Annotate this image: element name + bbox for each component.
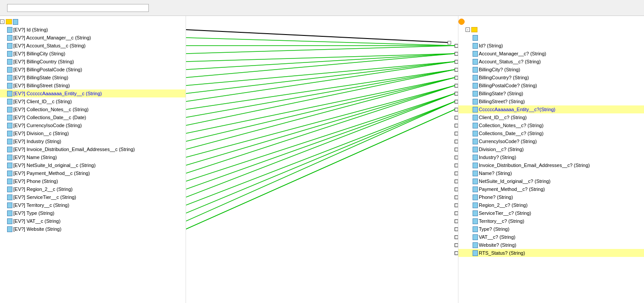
right-field-doc-icon [473, 210, 478, 216]
expand-icon[interactable]: - [0, 19, 4, 24]
left-field-7[interactable]: [EV?] BillingStreet (String) [0, 82, 186, 89]
right-field-2[interactable]: Account_Status__c? (String) [458, 58, 644, 66]
left-field-3[interactable]: [EV?] BillingCity (String) [0, 50, 186, 58]
right-field-14[interactable]: Industry? (String) [458, 153, 644, 161]
flat-expand[interactable]: - [466, 27, 470, 32]
left-field-9[interactable]: [EV?] Client_ID__c (String) [0, 97, 186, 105]
left-field-16[interactable]: [EV?] Name (String) [0, 153, 186, 161]
right-field-23[interactable]: Type? (String) [458, 225, 644, 233]
left-field-6[interactable]: [EV?] BillingState (String) [0, 74, 186, 82]
left-field-25[interactable]: [EV?] Website (String) [0, 225, 186, 233]
right-field-5[interactable]: BillingPostalCode? (String) [458, 82, 644, 89]
field-doc-icon [7, 147, 12, 152]
flat-header: - [458, 26, 644, 34]
right-field-24[interactable]: VAT__c? (String) [458, 233, 644, 241]
field-doc-icon [7, 131, 12, 136]
root-node[interactable]: - [0, 18, 186, 26]
left-field-11[interactable]: [EV?] Collections_Date__c (Date) [0, 113, 186, 121]
field-doc-icon [7, 123, 12, 128]
right-field-label: Account_Manager__c? (String) [479, 51, 546, 56]
right-field-label: Division__c? (String) [479, 147, 524, 152]
field-doc-icon [7, 218, 12, 224]
field-doc-icon [7, 115, 12, 120]
right-field-doc-icon [473, 59, 478, 65]
condition-doc [473, 35, 478, 41]
right-field-doc-icon [473, 186, 478, 192]
right-field-15[interactable]: Invoice_Distribution_Email_Addresses__c?… [458, 161, 644, 169]
right-field-9[interactable]: Client_ID__c? (String) [458, 113, 644, 121]
right-field-25[interactable]: Website? (String) [458, 241, 644, 249]
field-doc-icon [7, 43, 12, 49]
left-field-12[interactable]: [EV?] CurrencyIsoCode (String) [0, 121, 186, 129]
right-field-doc-icon [473, 155, 478, 160]
right-field-8[interactable]: CcccccAaaaaaa_Entity__c?(String) [458, 105, 644, 113]
right-field-label: Account_Status__c? (String) [479, 59, 541, 64]
left-field-19[interactable]: [EV?] Phone (String) [0, 177, 186, 185]
field-label: [EV?] Phone (String) [13, 179, 58, 184]
right-field-10[interactable]: Collection_Notes__c? (String) [458, 121, 644, 129]
right-field-doc-icon [473, 75, 478, 81]
field-doc-icon [7, 210, 12, 216]
left-field-18[interactable]: [EV?] Payment_Method__c (String) [0, 169, 186, 177]
right-field-0[interactable]: Id? (String) [458, 42, 644, 50]
field-doc-icon [7, 83, 12, 89]
field-label: [EV?] ServiceTier__c (String) [13, 194, 76, 200]
right-field-label: BillingStreet? (String) [479, 99, 525, 104]
field-label: [EV?] Client_ID__c (String) [13, 99, 72, 104]
right-field-16[interactable]: Name? (String) [458, 169, 644, 177]
right-field-22[interactable]: Territory__c? (String) [458, 217, 644, 225]
left-field-10[interactable]: [EV?] Collection_Notes__c (String) [0, 105, 186, 113]
right-field-7[interactable]: BillingStreet? (String) [458, 97, 644, 105]
left-field-24[interactable]: [EV?] VAT__c (String) [0, 217, 186, 225]
left-field-5[interactable]: [EV?] BillingPostalCode (String) [0, 66, 186, 74]
right-field-doc-icon [473, 115, 478, 120]
field-label: [EV?] BillingPostalCode (String) [13, 67, 82, 72]
left-field-13[interactable]: [EV?] Division__c (String) [0, 129, 186, 137]
right-field-6[interactable]: BillingState? (String) [458, 89, 644, 97]
target-header [458, 18, 644, 26]
right-field-26[interactable]: RTS_Status? (String) [458, 249, 644, 257]
right-field-doc-icon [473, 234, 478, 240]
right-field-4[interactable]: BillingCountry? (String) [458, 74, 644, 82]
right-field-20[interactable]: Region_2__c? (String) [458, 201, 644, 209]
condition-row[interactable] [458, 34, 644, 42]
right-field-label: CurrencyIsoCode? (String) [479, 139, 537, 144]
left-field-14[interactable]: [EV?] Industry (String) [0, 137, 186, 145]
left-field-1[interactable]: [EV?] Account_Manager__c (String) [0, 34, 186, 42]
left-field-21[interactable]: [EV?] ServiceTier__c (String) [0, 193, 186, 201]
right-field-1[interactable]: Account_Manager__c? (String) [458, 50, 644, 58]
left-field-8[interactable]: [EV?] CcccccAaaaaaa_Entity__c (String) [0, 89, 186, 97]
right-field-18[interactable]: Payment_Method__c? (String) [458, 185, 644, 193]
right-field-3[interactable]: BillingCity? (String) [458, 66, 644, 74]
field-doc-icon [7, 59, 12, 65]
left-field-20[interactable]: [EV?] Region_2__c (String) [0, 185, 186, 193]
folder-icon [6, 19, 12, 24]
right-field-doc-icon [473, 123, 478, 128]
right-field-doc-icon [473, 51, 478, 57]
name-input[interactable] [7, 4, 149, 12]
field-doc-icon [7, 27, 12, 33]
right-field-label: VAT__c? (String) [479, 234, 516, 240]
right-field-11[interactable]: Collections_Date__c? (String) [458, 129, 644, 137]
right-field-12[interactable]: CurrencyIsoCode? (String) [458, 137, 644, 145]
right-field-17[interactable]: NetSuite_Id_original__c? (String) [458, 177, 644, 185]
right-field-label: Type? (String) [479, 226, 509, 232]
left-field-4[interactable]: [EV?] BillingCountry (String) [0, 58, 186, 66]
field-label: [EV?] BillingState (String) [13, 75, 68, 80]
right-field-19[interactable]: Phone? (String) [458, 193, 644, 201]
right-field-label: Collections_Date__c? (String) [479, 131, 543, 136]
left-field-0[interactable]: [EV?] Id (String) [0, 26, 186, 34]
left-field-2[interactable]: [EV?] Account_Status__c (String) [0, 42, 186, 50]
left-field-22[interactable]: [EV?] Territory__c (String) [0, 201, 186, 209]
field-doc-icon [7, 171, 12, 176]
target-icon [458, 19, 465, 25]
left-field-23[interactable]: [EV?] Type (String) [0, 209, 186, 217]
left-field-17[interactable]: [EV?] NetSuite_Id_original__c (String) [0, 161, 186, 169]
field-doc-icon [7, 107, 12, 113]
field-label: [EV?] NetSuite_Id_original__c (String) [13, 163, 96, 168]
field-label: [EV?] Region_2__c (String) [13, 186, 73, 192]
left-field-15[interactable]: [EV?] Invoice_Distribution_Email_Address… [0, 145, 186, 153]
right-field-21[interactable]: ServiceTier__c? (String) [458, 209, 644, 217]
right-field-13[interactable]: Division__c? (String) [458, 145, 644, 153]
field-label: [EV?] BillingCity (String) [13, 51, 65, 56]
